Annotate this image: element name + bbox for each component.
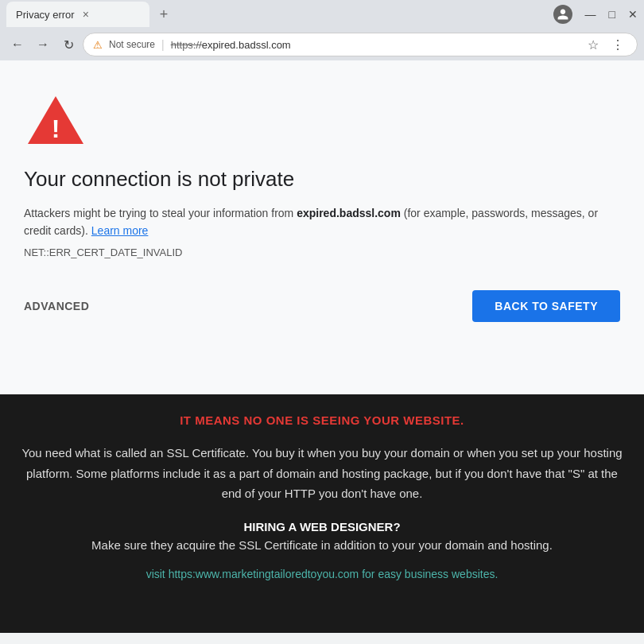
- title-bar: Privacy error × + — □ ✕: [0, 0, 644, 29]
- warning-triangle-icon: !: [24, 92, 87, 148]
- reload-button[interactable]: ↻: [57, 33, 80, 56]
- window-controls: — □ ✕: [553, 5, 638, 24]
- advanced-button[interactable]: ADVANCED: [24, 300, 89, 312]
- security-warning-icon: ⚠: [93, 39, 103, 51]
- error-page: ! Your connection is not private Attacke…: [0, 60, 644, 394]
- info-section: IT MEANS NO ONE IS SEEING YOUR WEBSITE. …: [0, 394, 644, 633]
- highlighted-domain: expired.badssl.com: [297, 207, 401, 219]
- back-button[interactable]: ←: [6, 33, 29, 56]
- more-options-button[interactable]: ⋮: [608, 34, 627, 56]
- address-bar[interactable]: ⚠ Not secure | https://expired.badssl.co…: [83, 33, 638, 56]
- toolbar: ← → ↻ ⚠ Not secure | https://expired.bad…: [0, 29, 644, 60]
- url-domain: expired.badssl.com: [202, 39, 291, 51]
- hiring-title: HIRING A WEB DESIGNER?: [16, 520, 628, 533]
- not-secure-label: Not secure: [109, 39, 155, 50]
- new-tab-button[interactable]: +: [153, 3, 175, 25]
- browser-chrome: Privacy error × + — □ ✕ ← → ↻ ⚠ Not secu…: [0, 0, 644, 60]
- visit-link[interactable]: visit https:www.marketingtailoredtoyou.c…: [16, 568, 628, 580]
- learn-more-link[interactable]: Learn more: [91, 224, 149, 237]
- tab-title: Privacy error: [16, 9, 75, 21]
- hiring-body: Make sure they acquire the SSL Certifica…: [16, 538, 628, 552]
- description-text: Attackers might be trying to steal your …: [24, 204, 620, 240]
- url-display: https://expired.badssl.com: [171, 39, 578, 51]
- close-window-button[interactable]: ✕: [628, 9, 638, 20]
- visit-text: visit https:www.marketingtailoredtoyou.c…: [146, 568, 499, 580]
- profile-icon[interactable]: [553, 5, 572, 24]
- tab-close-button[interactable]: ×: [83, 8, 89, 21]
- separator: |: [161, 38, 165, 51]
- browser-tab[interactable]: Privacy error ×: [6, 2, 149, 27]
- minimize-button[interactable]: —: [585, 9, 596, 20]
- error-code: NET::ERR_CERT_DATE_INVALID: [24, 246, 620, 258]
- info-body: You need what is called an SSL Certifica…: [20, 443, 624, 504]
- bookmark-button[interactable]: ☆: [584, 34, 602, 56]
- page-title: Your connection is not private: [24, 167, 620, 192]
- svg-text:!: !: [52, 114, 60, 143]
- description-before: Attackers might be trying to steal your …: [24, 207, 297, 219]
- action-row: ADVANCED BACK TO SAFETY: [24, 290, 620, 330]
- back-to-safety-button[interactable]: BACK TO SAFETY: [472, 290, 620, 322]
- forward-button[interactable]: →: [32, 33, 54, 56]
- info-headline: IT MEANS NO ONE IS SEEING YOUR WEBSITE.: [16, 413, 628, 427]
- maximize-button[interactable]: □: [609, 9, 615, 20]
- url-prefix: https://: [171, 39, 202, 51]
